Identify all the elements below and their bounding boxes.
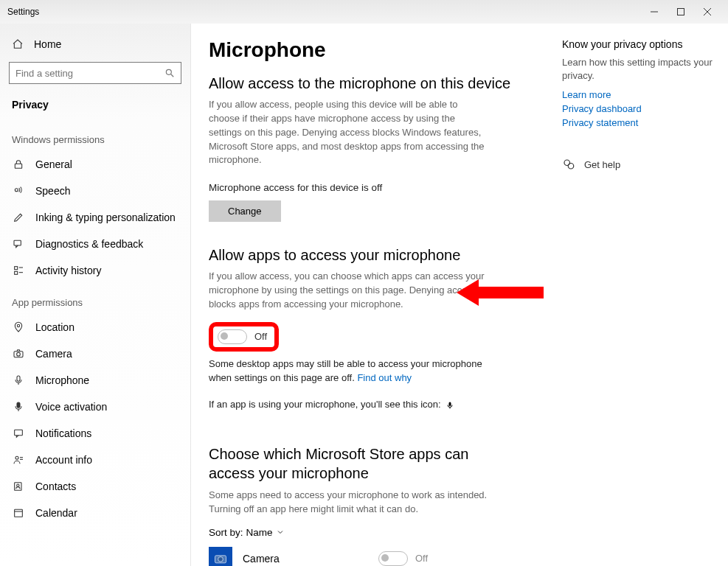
app-row-camera: Camera Off	[209, 547, 540, 566]
svg-rect-26	[15, 509, 23, 517]
link-privacy-dashboard[interactable]: Privacy dashboard	[562, 103, 718, 114]
sidebar-item-label: Calendar	[35, 507, 77, 519]
svg-point-15	[17, 352, 21, 356]
info-rail: Know your privacy options Learn how this…	[562, 24, 728, 566]
chevron-down-icon	[276, 528, 285, 537]
feedback-icon	[12, 238, 25, 250]
sort-by-selector[interactable]: Sort by: Name	[209, 527, 540, 538]
sidebar-item-account-info[interactable]: Account info	[0, 447, 190, 473]
sidebar-item-label: Contacts	[35, 481, 76, 492]
sidebar-item-camera[interactable]: Camera	[0, 340, 190, 367]
sidebar-item-calendar[interactable]: Calendar	[0, 500, 190, 526]
svg-point-7	[15, 189, 18, 192]
speech-icon	[12, 185, 25, 197]
account-icon	[12, 454, 25, 466]
sidebar-item-voice-activation[interactable]: Voice activation	[0, 394, 190, 420]
sidebar-item-label: Account info	[35, 454, 92, 466]
section-store-apps-title: Choose which Microsoft Store apps can ac…	[209, 444, 489, 483]
section-apps-access-title: Allow apps to access your microphone	[209, 247, 540, 264]
home-icon	[12, 38, 24, 50]
minimize-button[interactable]	[641, 1, 668, 22]
desktop-apps-note: Some desktop apps may still be able to a…	[209, 357, 489, 385]
sidebar-home-label: Home	[34, 38, 61, 50]
lock-icon	[12, 158, 25, 170]
change-button[interactable]: Change	[209, 200, 281, 222]
sidebar-item-home[interactable]: Home	[0, 34, 190, 57]
search-field[interactable]	[15, 68, 164, 79]
sidebar-item-activity-history[interactable]: Activity history	[0, 257, 190, 284]
page-title: Microphone	[209, 38, 540, 62]
sidebar-item-contacts[interactable]: Contacts	[0, 473, 190, 500]
sidebar-item-speech[interactable]: Speech	[0, 178, 190, 204]
pencil-icon	[12, 212, 25, 223]
notifications-icon	[12, 427, 25, 439]
maximize-button[interactable]	[668, 1, 694, 22]
sidebar-item-microphone[interactable]: Microphone	[0, 367, 190, 394]
link-privacy-statement[interactable]: Privacy statement	[562, 117, 718, 128]
sidebar-item-label: Voice activation	[35, 401, 107, 413]
svg-rect-16	[17, 376, 20, 381]
calendar-icon	[12, 507, 25, 519]
help-icon	[562, 158, 575, 171]
group-windows-permissions: Windows permissions	[0, 121, 190, 151]
search-input[interactable]	[9, 62, 181, 84]
sidebar-item-label: Inking & typing personalization	[35, 212, 176, 223]
sortby-label: Sort by:	[209, 527, 243, 538]
location-icon	[12, 321, 25, 333]
app-toggle[interactable]	[378, 551, 408, 566]
search-icon	[164, 68, 175, 78]
app-name: Camera	[243, 553, 368, 565]
link-learn-more[interactable]: Learn more	[562, 89, 718, 100]
window-title: Settings	[7, 7, 641, 17]
svg-rect-10	[15, 271, 18, 274]
section-device-access-title: Allow access to the microphone on this d…	[209, 75, 540, 92]
device-access-status: Microphone access for this device is off	[209, 182, 540, 193]
group-app-permissions: App permissions	[0, 284, 190, 314]
svg-point-31	[218, 556, 223, 562]
voice-icon	[12, 401, 25, 413]
microphone-indicator-icon	[446, 401, 454, 410]
svg-point-25	[17, 484, 19, 486]
rail-desc: Learn how this setting impacts your priv…	[562, 56, 718, 82]
sidebar-item-label: Diagnostics & feedback	[35, 238, 143, 250]
sidebar-item-location[interactable]: Location	[0, 314, 190, 340]
sidebar-item-notifications[interactable]: Notifications	[0, 420, 190, 447]
svg-rect-6	[15, 164, 21, 168]
sidebar-item-diagnostics[interactable]: Diagnostics & feedback	[0, 231, 190, 257]
svg-line-5	[171, 74, 174, 77]
sidebar-item-label: Location	[35, 321, 74, 333]
svg-rect-9	[15, 267, 18, 270]
sidebar-item-inking[interactable]: Inking & typing personalization	[0, 204, 190, 231]
camera-app-icon	[209, 547, 232, 566]
toggle-state-label: Off	[254, 331, 267, 342]
apps-access-toggle[interactable]: Off	[209, 322, 279, 352]
microphone-icon	[12, 374, 25, 386]
svg-rect-1	[678, 9, 684, 15]
sidebar-item-label: Notifications	[35, 427, 91, 439]
camera-icon	[12, 348, 25, 360]
current-category: Privacy	[0, 93, 190, 121]
section-device-access-desc: If you allow access, people using this d…	[209, 98, 489, 167]
section-store-apps-desc: Some apps need to access your microphone…	[209, 489, 489, 517]
sidebar-item-label: Camera	[35, 348, 72, 360]
sidebar-item-label: Microphone	[35, 374, 89, 386]
history-icon	[12, 265, 25, 276]
svg-point-13	[17, 324, 19, 326]
sidebar-item-general[interactable]: General	[0, 151, 190, 178]
close-button[interactable]	[694, 1, 721, 22]
svg-rect-8	[14, 240, 21, 245]
sidebar: Home Privacy Windows permissions General…	[0, 24, 191, 566]
sidebar-item-label: Speech	[35, 185, 70, 197]
svg-rect-18	[17, 402, 20, 408]
svg-rect-20	[15, 430, 23, 435]
sortby-value: Name	[246, 527, 273, 538]
mic-in-use-note: If an app is using your microphone, you'…	[209, 398, 489, 412]
sidebar-item-label: Activity history	[35, 265, 101, 276]
svg-point-21	[15, 456, 18, 459]
contacts-icon	[12, 481, 25, 492]
get-help-label: Get help	[584, 159, 620, 170]
app-toggle-state: Off	[415, 553, 428, 564]
find-out-why-link[interactable]: Find out why	[357, 372, 412, 383]
svg-point-34	[568, 164, 574, 170]
get-help-link[interactable]: Get help	[562, 158, 718, 171]
